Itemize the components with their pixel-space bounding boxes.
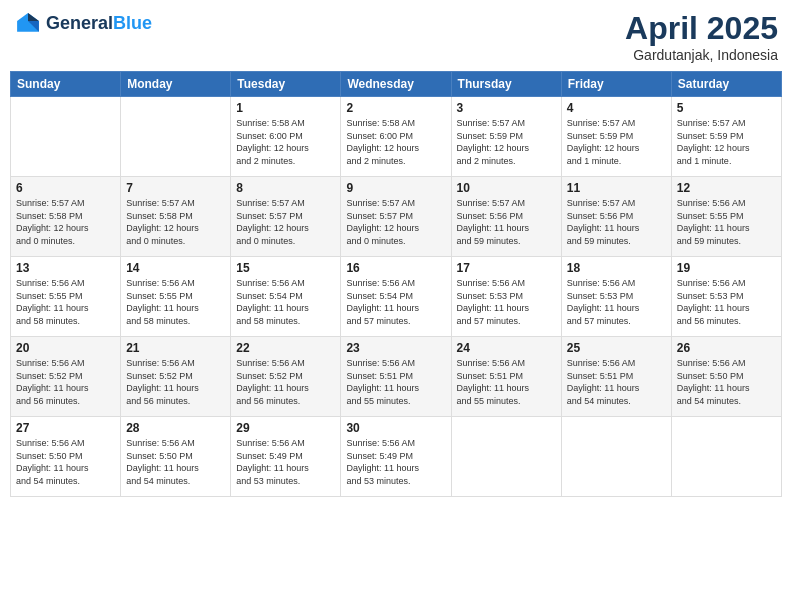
- weekday-header-thursday: Thursday: [451, 72, 561, 97]
- weekday-header-friday: Friday: [561, 72, 671, 97]
- cell-info: Sunrise: 5:57 AM Sunset: 5:58 PM Dayligh…: [16, 197, 115, 247]
- cell-info: Sunrise: 5:56 AM Sunset: 5:54 PM Dayligh…: [346, 277, 445, 327]
- calendar-cell: 15Sunrise: 5:56 AM Sunset: 5:54 PM Dayli…: [231, 257, 341, 337]
- logo-text: GeneralBlue: [46, 13, 152, 35]
- calendar-cell: 4Sunrise: 5:57 AM Sunset: 5:59 PM Daylig…: [561, 97, 671, 177]
- day-number: 25: [567, 341, 666, 355]
- day-number: 2: [346, 101, 445, 115]
- calendar-cell: 29Sunrise: 5:56 AM Sunset: 5:49 PM Dayli…: [231, 417, 341, 497]
- calendar-cell: [11, 97, 121, 177]
- calendar-cell: 8Sunrise: 5:57 AM Sunset: 5:57 PM Daylig…: [231, 177, 341, 257]
- cell-info: Sunrise: 5:56 AM Sunset: 5:50 PM Dayligh…: [126, 437, 225, 487]
- cell-info: Sunrise: 5:57 AM Sunset: 5:57 PM Dayligh…: [236, 197, 335, 247]
- weekday-header-tuesday: Tuesday: [231, 72, 341, 97]
- calendar-cell: 24Sunrise: 5:56 AM Sunset: 5:51 PM Dayli…: [451, 337, 561, 417]
- calendar-cell: 3Sunrise: 5:57 AM Sunset: 5:59 PM Daylig…: [451, 97, 561, 177]
- cell-info: Sunrise: 5:57 AM Sunset: 5:59 PM Dayligh…: [567, 117, 666, 167]
- calendar-week-5: 27Sunrise: 5:56 AM Sunset: 5:50 PM Dayli…: [11, 417, 782, 497]
- calendar-cell: 7Sunrise: 5:57 AM Sunset: 5:58 PM Daylig…: [121, 177, 231, 257]
- calendar-cell: 1Sunrise: 5:58 AM Sunset: 6:00 PM Daylig…: [231, 97, 341, 177]
- cell-info: Sunrise: 5:56 AM Sunset: 5:50 PM Dayligh…: [16, 437, 115, 487]
- calendar-cell: 2Sunrise: 5:58 AM Sunset: 6:00 PM Daylig…: [341, 97, 451, 177]
- calendar-cell: 14Sunrise: 5:56 AM Sunset: 5:55 PM Dayli…: [121, 257, 231, 337]
- day-number: 3: [457, 101, 556, 115]
- day-number: 13: [16, 261, 115, 275]
- day-number: 28: [126, 421, 225, 435]
- calendar-cell: 12Sunrise: 5:56 AM Sunset: 5:55 PM Dayli…: [671, 177, 781, 257]
- cell-info: Sunrise: 5:56 AM Sunset: 5:53 PM Dayligh…: [457, 277, 556, 327]
- calendar-cell: 26Sunrise: 5:56 AM Sunset: 5:50 PM Dayli…: [671, 337, 781, 417]
- day-number: 24: [457, 341, 556, 355]
- cell-info: Sunrise: 5:57 AM Sunset: 5:57 PM Dayligh…: [346, 197, 445, 247]
- cell-info: Sunrise: 5:56 AM Sunset: 5:55 PM Dayligh…: [126, 277, 225, 327]
- day-number: 20: [16, 341, 115, 355]
- day-number: 17: [457, 261, 556, 275]
- calendar-cell: 17Sunrise: 5:56 AM Sunset: 5:53 PM Dayli…: [451, 257, 561, 337]
- cell-info: Sunrise: 5:56 AM Sunset: 5:49 PM Dayligh…: [236, 437, 335, 487]
- cell-info: Sunrise: 5:58 AM Sunset: 6:00 PM Dayligh…: [346, 117, 445, 167]
- day-number: 4: [567, 101, 666, 115]
- day-number: 29: [236, 421, 335, 435]
- calendar-cell: 25Sunrise: 5:56 AM Sunset: 5:51 PM Dayli…: [561, 337, 671, 417]
- day-number: 6: [16, 181, 115, 195]
- cell-info: Sunrise: 5:56 AM Sunset: 5:52 PM Dayligh…: [16, 357, 115, 407]
- cell-info: Sunrise: 5:56 AM Sunset: 5:50 PM Dayligh…: [677, 357, 776, 407]
- cell-info: Sunrise: 5:57 AM Sunset: 5:59 PM Dayligh…: [677, 117, 776, 167]
- cell-info: Sunrise: 5:56 AM Sunset: 5:49 PM Dayligh…: [346, 437, 445, 487]
- calendar-cell: [671, 417, 781, 497]
- day-number: 7: [126, 181, 225, 195]
- calendar-week-1: 1Sunrise: 5:58 AM Sunset: 6:00 PM Daylig…: [11, 97, 782, 177]
- cell-info: Sunrise: 5:57 AM Sunset: 5:56 PM Dayligh…: [457, 197, 556, 247]
- calendar-cell: [451, 417, 561, 497]
- calendar-week-2: 6Sunrise: 5:57 AM Sunset: 5:58 PM Daylig…: [11, 177, 782, 257]
- calendar-cell: 30Sunrise: 5:56 AM Sunset: 5:49 PM Dayli…: [341, 417, 451, 497]
- calendar-cell: 10Sunrise: 5:57 AM Sunset: 5:56 PM Dayli…: [451, 177, 561, 257]
- day-number: 21: [126, 341, 225, 355]
- calendar-cell: 9Sunrise: 5:57 AM Sunset: 5:57 PM Daylig…: [341, 177, 451, 257]
- svg-marker-1: [28, 13, 39, 21]
- day-number: 30: [346, 421, 445, 435]
- calendar-table: SundayMondayTuesdayWednesdayThursdayFrid…: [10, 71, 782, 497]
- day-number: 18: [567, 261, 666, 275]
- cell-info: Sunrise: 5:56 AM Sunset: 5:51 PM Dayligh…: [567, 357, 666, 407]
- calendar-cell: 6Sunrise: 5:57 AM Sunset: 5:58 PM Daylig…: [11, 177, 121, 257]
- cell-info: Sunrise: 5:57 AM Sunset: 5:56 PM Dayligh…: [567, 197, 666, 247]
- weekday-header-wednesday: Wednesday: [341, 72, 451, 97]
- logo-icon: [14, 10, 42, 38]
- day-number: 22: [236, 341, 335, 355]
- calendar-cell: [561, 417, 671, 497]
- weekday-header-row: SundayMondayTuesdayWednesdayThursdayFrid…: [11, 72, 782, 97]
- day-number: 8: [236, 181, 335, 195]
- page-header: GeneralBlue April 2025 Gardutanjak, Indo…: [10, 10, 782, 63]
- day-number: 26: [677, 341, 776, 355]
- day-number: 23: [346, 341, 445, 355]
- calendar-cell: 28Sunrise: 5:56 AM Sunset: 5:50 PM Dayli…: [121, 417, 231, 497]
- day-number: 14: [126, 261, 225, 275]
- day-number: 15: [236, 261, 335, 275]
- cell-info: Sunrise: 5:56 AM Sunset: 5:51 PM Dayligh…: [457, 357, 556, 407]
- calendar-cell: 20Sunrise: 5:56 AM Sunset: 5:52 PM Dayli…: [11, 337, 121, 417]
- calendar-cell: 23Sunrise: 5:56 AM Sunset: 5:51 PM Dayli…: [341, 337, 451, 417]
- calendar-cell: 21Sunrise: 5:56 AM Sunset: 5:52 PM Dayli…: [121, 337, 231, 417]
- weekday-header-saturday: Saturday: [671, 72, 781, 97]
- cell-info: Sunrise: 5:56 AM Sunset: 5:53 PM Dayligh…: [677, 277, 776, 327]
- calendar-cell: 27Sunrise: 5:56 AM Sunset: 5:50 PM Dayli…: [11, 417, 121, 497]
- day-number: 11: [567, 181, 666, 195]
- day-number: 12: [677, 181, 776, 195]
- title-block: April 2025 Gardutanjak, Indonesia: [625, 10, 778, 63]
- location: Gardutanjak, Indonesia: [625, 47, 778, 63]
- weekday-header-monday: Monday: [121, 72, 231, 97]
- calendar-cell: 5Sunrise: 5:57 AM Sunset: 5:59 PM Daylig…: [671, 97, 781, 177]
- calendar-cell: 16Sunrise: 5:56 AM Sunset: 5:54 PM Dayli…: [341, 257, 451, 337]
- logo: GeneralBlue: [14, 10, 152, 38]
- cell-info: Sunrise: 5:56 AM Sunset: 5:55 PM Dayligh…: [16, 277, 115, 327]
- day-number: 5: [677, 101, 776, 115]
- cell-info: Sunrise: 5:56 AM Sunset: 5:52 PM Dayligh…: [236, 357, 335, 407]
- calendar-cell: 22Sunrise: 5:56 AM Sunset: 5:52 PM Dayli…: [231, 337, 341, 417]
- day-number: 10: [457, 181, 556, 195]
- calendar-week-4: 20Sunrise: 5:56 AM Sunset: 5:52 PM Dayli…: [11, 337, 782, 417]
- calendar-week-3: 13Sunrise: 5:56 AM Sunset: 5:55 PM Dayli…: [11, 257, 782, 337]
- calendar-cell: 19Sunrise: 5:56 AM Sunset: 5:53 PM Dayli…: [671, 257, 781, 337]
- day-number: 27: [16, 421, 115, 435]
- cell-info: Sunrise: 5:56 AM Sunset: 5:51 PM Dayligh…: [346, 357, 445, 407]
